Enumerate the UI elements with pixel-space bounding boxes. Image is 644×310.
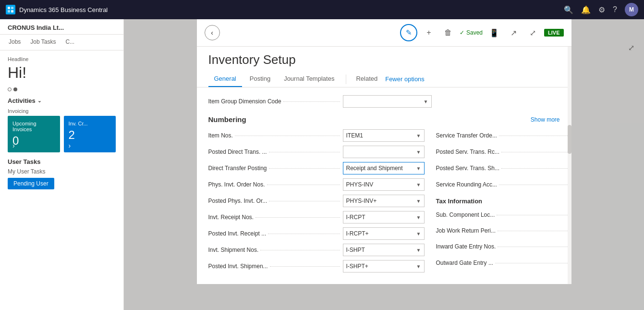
dropdown-arrow-icon: ▼ bbox=[416, 215, 421, 220]
direct-transfer-posting-select[interactable]: Receipt and Shipment ▼ bbox=[343, 162, 425, 174]
sub-component-loc-label: Sub. Component Loc... bbox=[436, 211, 495, 218]
tab-general[interactable]: General bbox=[208, 71, 242, 87]
app-logo bbox=[6, 5, 15, 14]
top-nav-icons: 🔍 🔔 ⚙ ? M bbox=[564, 3, 638, 16]
notification-icon[interactable]: 🔔 bbox=[581, 5, 591, 14]
svg-rect-3 bbox=[11, 10, 13, 12]
svg-rect-0 bbox=[8, 7, 10, 9]
activities-label: Activities bbox=[8, 97, 36, 104]
pagination-dots bbox=[8, 87, 116, 91]
greeting-text: Hi! bbox=[8, 64, 116, 82]
sidebar-header: CRONUS India Lt... bbox=[0, 19, 123, 35]
invt-receipt-nos-label: Invt. Receipt Nos. bbox=[208, 214, 254, 221]
help-icon[interactable]: ? bbox=[613, 5, 617, 14]
service-transfer-order-label: Service Transfer Orde... bbox=[436, 132, 497, 139]
invt-shipment-nos-select[interactable]: I-SHPT ▼ bbox=[343, 244, 425, 256]
credit-arrow-icon: › bbox=[69, 142, 71, 149]
posted-invt-shipment-select[interactable]: I-SHPT+ ▼ bbox=[343, 260, 425, 273]
scrollbar-thumb[interactable] bbox=[568, 125, 571, 154]
saved-status: ✓ Saved bbox=[460, 29, 483, 36]
dropdown-arrow-icon: ▼ bbox=[416, 248, 421, 253]
phys-invt-order-nos-select[interactable]: PHYS-INV ▼ bbox=[343, 178, 425, 191]
activities-chevron-icon: ⌄ bbox=[37, 98, 41, 103]
dropdown-arrow-icon: ▼ bbox=[416, 231, 421, 236]
my-tasks-label: My User Tasks bbox=[8, 168, 116, 175]
posted-serv-trans-sh-label: Posted Serv. Trans. Sh... bbox=[436, 165, 500, 172]
item-group-dim-row: Item Group Dimension Code ▼ bbox=[208, 95, 560, 108]
modal-title: Inventory Setup bbox=[197, 47, 571, 71]
edit-button[interactable]: ✎ bbox=[400, 24, 417, 41]
invt-receipt-nos-select[interactable]: I-RCPT ▼ bbox=[343, 211, 425, 223]
sidebar-tab-other[interactable]: C... bbox=[61, 35, 80, 50]
user-avatar[interactable]: M bbox=[625, 3, 638, 16]
field-inward-gate-entry-nos: Inward Gate Entry Nos. GEINW ▼ bbox=[436, 240, 571, 253]
item-nos-select[interactable]: ITEM1 ▼ bbox=[343, 129, 425, 142]
credit-card[interactable]: Inv. Cr... 2 › bbox=[64, 116, 116, 152]
service-rounding-acc-label: Service Rounding Acc... bbox=[436, 181, 497, 188]
posted-invt-receipt-select[interactable]: I-RCPT+ ▼ bbox=[343, 227, 425, 240]
share-button[interactable]: ↗ bbox=[506, 25, 521, 40]
sidebar-tab-job-tasks[interactable]: Job Tasks bbox=[25, 35, 61, 50]
direct-transfer-posting-label: Direct Transfer Posting bbox=[208, 165, 267, 172]
field-invt-shipment-nos: Invt. Shipment Nos. I-SHPT ▼ bbox=[208, 244, 425, 256]
phys-invt-order-nos-label: Phys. Invt. Order Nos. bbox=[208, 181, 265, 188]
top-navigation: Dynamics 365 Business Central 🔍 🔔 ⚙ ? M bbox=[0, 0, 644, 19]
left-column: Item Nos. ITEM1 ▼ bbox=[208, 129, 425, 276]
fullscreen-button[interactable]: ⤢ bbox=[525, 25, 540, 40]
tab-separator bbox=[346, 74, 346, 84]
field-item-nos: Item Nos. ITEM1 ▼ bbox=[208, 129, 425, 142]
expand-icon[interactable]: ⤢ bbox=[628, 43, 634, 52]
inventory-setup-modal: ‹ ✎ + 🗑 ✓ Saved 📱 ↗ ⤢ LIVE Inventory Set… bbox=[197, 19, 571, 284]
item-nos-label: Item Nos. bbox=[208, 132, 233, 139]
modal-panel: ‹ ✎ + 🗑 ✓ Saved 📱 ↗ ⤢ LIVE Inventory Set… bbox=[197, 19, 571, 284]
back-button[interactable]: ‹ bbox=[205, 25, 220, 40]
company-name: CRONUS India Lt... bbox=[8, 24, 116, 31]
headline-label: Headline bbox=[8, 56, 116, 62]
right-column: Service Transfer Orde... ▼ bbox=[436, 129, 571, 276]
item-group-dim-select[interactable]: ▼ bbox=[343, 95, 432, 108]
show-more-link[interactable]: Show more bbox=[531, 116, 560, 123]
dot-2[interactable] bbox=[13, 87, 17, 91]
field-posted-direct-trans: Posted Direct Trans. ... ▼ bbox=[208, 146, 425, 158]
modal-content: Item Group Dimension Code ▼ Numbering Sh… bbox=[197, 87, 571, 284]
numbering-title: Numbering bbox=[208, 115, 246, 124]
posted-direct-trans-select[interactable]: ▼ bbox=[343, 146, 425, 158]
dot-1[interactable] bbox=[8, 87, 12, 91]
add-button[interactable]: + bbox=[421, 25, 437, 40]
svg-rect-1 bbox=[11, 7, 13, 9]
dropdown-arrow-icon: ▼ bbox=[416, 264, 421, 269]
sidebar: CRONUS India Lt... Jobs Job Tasks C... H… bbox=[0, 19, 124, 310]
dropdown-arrow-icon: ▼ bbox=[416, 166, 421, 171]
pending-user-button[interactable]: Pending User bbox=[8, 178, 54, 189]
delete-button[interactable]: 🗑 bbox=[440, 25, 456, 40]
credit-value: 2 bbox=[69, 128, 111, 142]
numbering-section-header: Numbering Show more bbox=[208, 115, 560, 124]
field-outward-gate-entry: Outward Gate Entry ... GEOUT ▼ bbox=[436, 257, 571, 269]
field-posted-invt-receipt: Posted Invt. Receipt ... I-RCPT+ ▼ bbox=[208, 227, 425, 240]
settings-icon[interactable]: ⚙ bbox=[598, 5, 605, 14]
posted-invt-shipment-label: Posted Invt. Shipmen... bbox=[208, 263, 268, 270]
field-posted-invt-shipment: Posted Invt. Shipmen... I-SHPT+ ▼ bbox=[208, 260, 425, 273]
invt-shipment-nos-label: Invt. Shipment Nos. bbox=[208, 247, 259, 253]
posted-phys-invt-or-select[interactable]: PHYS-INV+ ▼ bbox=[343, 195, 425, 207]
field-posted-serv-trans-rc: Posted Serv. Trans. Rc... ▼ bbox=[436, 146, 571, 158]
tax-information-title: Tax Information bbox=[436, 198, 571, 205]
fewer-options-link[interactable]: Fewer options bbox=[385, 72, 425, 87]
posted-phys-invt-or-value: PHYS-INV+ bbox=[346, 198, 377, 204]
posted-phys-invt-or-label: Posted Phys. Invt. Or... bbox=[208, 198, 267, 204]
upcoming-invoices-card[interactable]: Upcoming Invoices 0 › bbox=[8, 116, 60, 152]
field-service-transfer-order: Service Transfer Orde... ▼ bbox=[436, 129, 571, 142]
tab-related[interactable]: Related bbox=[350, 71, 383, 87]
app-title-area: Dynamics 365 Business Central bbox=[6, 5, 108, 14]
tab-posting[interactable]: Posting bbox=[244, 71, 276, 87]
tab-journal-templates[interactable]: Journal Templates bbox=[278, 71, 340, 87]
mobile-preview-button[interactable]: 📱 bbox=[486, 25, 502, 40]
activities-section[interactable]: Activities ⌄ bbox=[8, 97, 116, 104]
numbering-grid: Item Nos. ITEM1 ▼ bbox=[208, 129, 560, 276]
sidebar-tab-jobs[interactable]: Jobs bbox=[4, 35, 25, 50]
search-icon[interactable]: 🔍 bbox=[564, 5, 573, 14]
field-posted-phys-invt-or: Posted Phys. Invt. Or... PHYS-INV+ ▼ bbox=[208, 195, 425, 207]
modal-overlay: ⤢ ‹ ✎ + 🗑 ✓ Saved 📱 ↗ ⤢ bbox=[124, 19, 644, 310]
svg-rect-2 bbox=[8, 10, 10, 12]
dropdown-arrow-icon: ▼ bbox=[416, 149, 421, 155]
